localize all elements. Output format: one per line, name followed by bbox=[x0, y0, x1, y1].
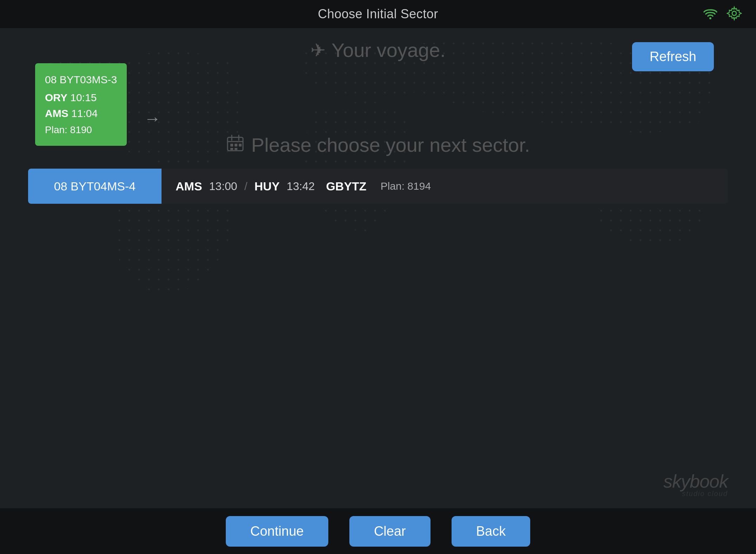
gear-icon[interactable] bbox=[727, 6, 742, 22]
route-origin: ORY 10:15 bbox=[45, 90, 117, 105]
sector-arrival: 13:42 bbox=[287, 180, 315, 193]
svg-rect-16 bbox=[230, 148, 233, 150]
refresh-button[interactable]: Refresh bbox=[632, 42, 714, 71]
wifi-icon bbox=[703, 6, 718, 22]
svg-point-1 bbox=[732, 11, 736, 15]
calendar-icon bbox=[226, 134, 244, 156]
voyage-label: Your voyage. bbox=[331, 39, 446, 61]
plane-icon: ✈ bbox=[310, 40, 326, 61]
plan-info: Plan: 8190 bbox=[45, 123, 117, 137]
svg-rect-14 bbox=[235, 144, 237, 146]
flight-id: 08 BYT03MS-3 bbox=[45, 72, 117, 87]
clear-button[interactable]: Clear bbox=[349, 516, 430, 547]
sector-departure: 13:00 bbox=[209, 180, 237, 193]
svg-point-0 bbox=[709, 17, 711, 19]
sector-plan: Plan: 8194 bbox=[381, 180, 431, 192]
sector-destination: HUY bbox=[255, 180, 280, 193]
sector-id[interactable]: 08 BYT04MS-4 bbox=[28, 169, 162, 204]
arrow-right-icon: → bbox=[144, 109, 161, 128]
svg-rect-17 bbox=[235, 148, 237, 150]
skybook-logo: skybook studio cloud bbox=[663, 471, 728, 498]
sector-aircraft: GBYTZ bbox=[326, 180, 366, 193]
back-button[interactable]: Back bbox=[452, 516, 530, 547]
sector-origin: AMS bbox=[176, 180, 202, 193]
top-bar: Choose Initial Sector bbox=[0, 0, 756, 28]
continue-button[interactable]: Continue bbox=[226, 516, 328, 547]
svg-rect-13 bbox=[230, 144, 233, 146]
svg-rect-15 bbox=[239, 144, 242, 146]
sector-details: AMS 13:00 / HUY 13:42 GBYTZ Plan: 8194 bbox=[162, 180, 445, 193]
bottom-bar: Continue Clear Back bbox=[0, 508, 756, 554]
voyage-card: 08 BYT03MS-3 ORY 10:15 AMS 11:04 Plan: 8… bbox=[35, 63, 127, 146]
svg-marker-5 bbox=[302, 100, 414, 233]
sector-row[interactable]: 08 BYT04MS-4 AMS 13:00 / HUY 13:42 GBYTZ… bbox=[28, 169, 728, 204]
route-dest: AMS 11:04 bbox=[45, 105, 117, 121]
top-bar-icons bbox=[703, 6, 742, 22]
page-title: Choose Initial Sector bbox=[318, 7, 438, 21]
choose-sector-label: Please choose your next sector. bbox=[251, 133, 530, 156]
